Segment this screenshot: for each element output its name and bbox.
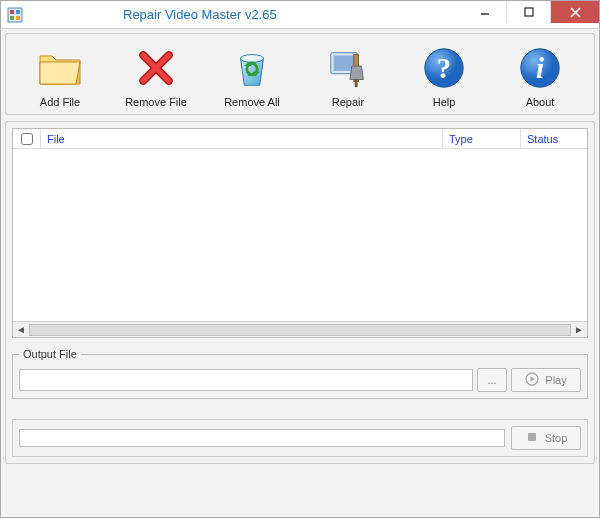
title-bar: Repair Video Master v2.65	[1, 1, 599, 29]
app-icon	[7, 7, 23, 23]
remove-file-button[interactable]: Remove File	[116, 44, 196, 108]
repair-button[interactable]: Repair	[308, 44, 388, 108]
close-button[interactable]	[551, 1, 599, 23]
column-checkbox[interactable]	[13, 129, 41, 148]
svg-text:i: i	[536, 52, 544, 84]
question-icon: ?	[420, 44, 468, 92]
help-label: Help	[433, 96, 456, 108]
about-button[interactable]: i About	[500, 44, 580, 108]
stop-icon	[525, 430, 539, 446]
about-label: About	[526, 96, 555, 108]
file-list[interactable]: File Type Status ◄ ►	[12, 128, 588, 338]
toolbar: Add File Remove File	[5, 33, 595, 115]
progress-bar	[19, 429, 505, 447]
repair-label: Repair	[332, 96, 364, 108]
svg-rect-2	[16, 10, 20, 14]
output-file-group: Output File ... Play	[12, 348, 588, 399]
remove-all-label: Remove All	[224, 96, 280, 108]
help-button[interactable]: ? Help	[404, 44, 484, 108]
output-path-input[interactable]	[19, 369, 473, 391]
info-icon: i	[516, 44, 564, 92]
horizontal-scrollbar[interactable]: ◄ ►	[13, 321, 587, 337]
list-body[interactable]	[13, 149, 587, 321]
progress-area: Stop	[12, 419, 588, 457]
browse-button[interactable]: ...	[477, 368, 507, 392]
main-panel: File Type Status ◄ ► Output File ...	[5, 121, 595, 464]
svg-text:?: ?	[437, 52, 451, 84]
svg-rect-6	[525, 8, 533, 16]
list-header: File Type Status	[13, 129, 587, 149]
column-file[interactable]: File	[41, 129, 443, 148]
trash-icon	[228, 44, 276, 92]
maximize-button[interactable]	[507, 1, 551, 23]
svg-rect-26	[528, 433, 536, 441]
play-label: Play	[545, 374, 566, 386]
svg-marker-25	[531, 377, 536, 382]
stop-button[interactable]: Stop	[511, 426, 581, 450]
folder-add-icon	[36, 44, 84, 92]
svg-rect-1	[10, 10, 14, 14]
play-icon	[525, 372, 539, 388]
svg-rect-3	[10, 16, 14, 20]
svg-rect-4	[16, 16, 20, 20]
x-red-icon	[132, 44, 180, 92]
svg-point-13	[241, 55, 264, 63]
repair-tools-icon	[324, 44, 372, 92]
play-button[interactable]: Play	[511, 368, 581, 392]
remove-file-label: Remove File	[125, 96, 187, 108]
output-file-legend: Output File	[19, 348, 81, 360]
select-all-checkbox[interactable]	[21, 133, 33, 145]
stop-label: Stop	[545, 432, 568, 444]
scroll-track[interactable]	[29, 323, 571, 337]
remove-all-button[interactable]: Remove All	[212, 44, 292, 108]
scroll-thumb[interactable]	[29, 324, 571, 336]
add-file-label: Add File	[40, 96, 80, 108]
add-file-button[interactable]: Add File	[20, 44, 100, 108]
column-status[interactable]: Status	[521, 129, 587, 148]
window-buttons	[463, 1, 599, 23]
column-type[interactable]: Type	[443, 129, 521, 148]
minimize-button[interactable]	[463, 1, 507, 23]
scroll-left-icon[interactable]: ◄	[13, 322, 29, 338]
window-title: Repair Video Master v2.65	[123, 7, 277, 22]
scroll-right-icon[interactable]: ►	[571, 322, 587, 338]
svg-rect-19	[355, 80, 358, 88]
